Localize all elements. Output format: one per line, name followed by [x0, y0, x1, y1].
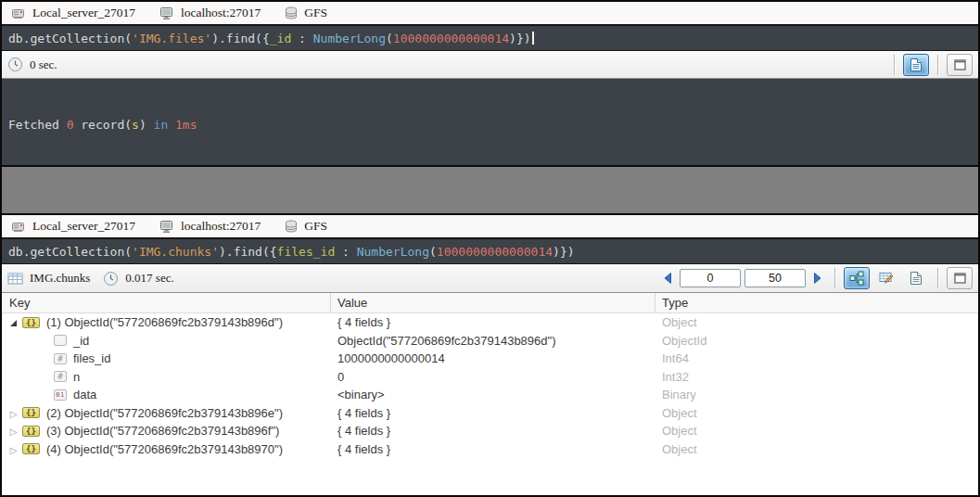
database-icon — [285, 6, 298, 20]
collection-grid-icon — [7, 273, 23, 285]
code-token: s — [132, 118, 139, 132]
maximize-icon — [954, 59, 966, 70]
key-cell: #files_id — [2, 351, 331, 365]
monitor-icon — [159, 6, 174, 20]
value-cell: 0 — [331, 370, 655, 384]
key-label: data — [73, 388, 96, 401]
query-panel-chunks: Local_server_27017 localhost:27017 GFS d… — [2, 215, 978, 495]
tree-collapsed-icon[interactable]: ▷ — [7, 407, 19, 419]
host-tab-label: localhost:27017 — [181, 219, 261, 234]
skip-input[interactable] — [680, 269, 741, 287]
column-header-type[interactable]: Type — [655, 296, 978, 310]
value-cell: <binary> — [331, 388, 655, 401]
arrow-right-icon — [812, 272, 823, 285]
query-panel-files: Local_server_27017 localhost:27017 GFS d… — [2, 2, 978, 165]
table-row[interactable]: #files_id1000000000000014Int64 — [2, 350, 978, 368]
results-toolbar-chunks: IMG.chunks 0.017 sec. — [2, 264, 978, 293]
tree-expanded-icon[interactable] — [7, 316, 19, 328]
tree-collapsed-icon[interactable]: ▷ — [7, 425, 19, 437]
database-tab-label: GFS — [304, 219, 327, 234]
host-tab-label: localhost:27017 — [181, 6, 261, 20]
binary-type-icon: 01 — [54, 389, 67, 401]
page-previous-button[interactable] — [659, 269, 676, 287]
document-icon — [910, 57, 923, 72]
code-token: : — [335, 245, 356, 259]
code-token: files_id — [277, 245, 336, 259]
key-label: n — [73, 370, 80, 384]
limit-input[interactable] — [745, 269, 806, 287]
table-row[interactable]: ▷{}(3) ObjectId("577206869fc2b379143b896… — [2, 422, 978, 440]
type-cell: Object — [655, 406, 978, 420]
maximize-panel-button[interactable] — [947, 267, 973, 289]
table-row[interactable]: ▷{}(4) ObjectId("577206869fc2b379143b897… — [2, 440, 978, 459]
breadcrumb-server[interactable]: Local_server_27017 — [11, 6, 135, 20]
code-token: db.getCollection( — [8, 245, 132, 259]
server-icon — [11, 220, 26, 233]
query-editor-chunks[interactable]: db.getCollection('IMG.chunks').find({fil… — [2, 239, 978, 264]
maximize-panel-button[interactable] — [947, 54, 973, 76]
text-mode-button[interactable] — [903, 54, 929, 76]
code-token: Fetched — [8, 118, 67, 132]
code-token: in — [154, 118, 169, 132]
toolbar-separator — [834, 268, 835, 288]
table-row[interactable]: 01data<binary>Binary — [2, 386, 978, 404]
table-mode-button[interactable] — [873, 267, 899, 289]
query-editor-files[interactable]: db.getCollection('IMG.files').find({_id … — [2, 26, 978, 51]
type-cell: Object — [655, 442, 978, 456]
code-token: NumberLong — [313, 32, 386, 45]
text-cursor — [532, 32, 534, 45]
key-cell: _id — [2, 334, 331, 348]
breadcrumb-database[interactable]: GFS — [285, 219, 327, 234]
page-next-button[interactable] — [809, 269, 826, 287]
code-token: record( — [73, 118, 132, 132]
value-cell: { 4 fields } — [331, 315, 655, 329]
execution-time-label: 0 sec. — [30, 57, 57, 72]
database-tab-label: GFS — [304, 6, 327, 20]
code-token: : — [291, 32, 312, 45]
table-row[interactable]: _idObjectId("577206869fc2b379143b896d")O… — [2, 332, 978, 350]
table-row[interactable]: #n0Int32 — [2, 368, 978, 387]
key-cell: ▷{}(2) ObjectId("577206869fc2b379143b896… — [2, 406, 331, 420]
tree-collapsed-icon[interactable]: ▷ — [7, 443, 19, 455]
column-header-key[interactable]: Key — [2, 293, 331, 312]
plain-type-icon — [54, 335, 67, 346]
code-token — [168, 118, 175, 132]
breadcrumb-server[interactable]: Local_server_27017 — [11, 219, 135, 234]
result-table-header: Key Value Type — [2, 293, 978, 313]
key-label: files_id — [73, 351, 110, 365]
server-tab-label: Local_server_27017 — [32, 6, 135, 20]
type-cell: ObjectId — [655, 334, 978, 348]
table-row[interactable]: ▷{}(2) ObjectId("577206869fc2b379143b896… — [2, 404, 978, 423]
type-cell: Int64 — [655, 351, 978, 365]
document-icon — [910, 271, 923, 286]
breadcrumb-database[interactable]: GFS — [285, 6, 327, 20]
column-header-value[interactable]: Value — [331, 293, 655, 312]
code-token: ).find({ — [211, 32, 270, 45]
code-token: ( — [429, 245, 437, 259]
object-type-icon: {} — [22, 407, 40, 418]
code-token: db.getCollection( — [8, 32, 132, 45]
clock-icon — [7, 57, 23, 72]
code-token: NumberLong — [357, 245, 429, 259]
text-mode-button[interactable] — [903, 267, 929, 289]
code-token: )}) — [553, 245, 574, 259]
result-table-body: {}(1) ObjectId("577206869fc2b379143b896d… — [2, 313, 978, 495]
code-token: ( — [386, 32, 393, 45]
panel-splitter[interactable] — [2, 165, 978, 215]
breadcrumb-host[interactable]: localhost:27017 — [159, 6, 261, 20]
tree-view-icon — [849, 271, 864, 286]
tree-mode-button[interactable] — [844, 267, 870, 289]
type-cell: Object — [655, 424, 978, 438]
code-token: ) — [139, 118, 154, 132]
type-cell: Object — [655, 315, 978, 329]
object-type-icon: {} — [22, 426, 40, 437]
value-cell: 1000000000000014 — [331, 351, 655, 365]
object-type-icon: {} — [22, 443, 40, 454]
key-cell: 01data — [2, 388, 331, 401]
table-row[interactable]: {}(1) ObjectId("577206869fc2b379143b896d… — [2, 313, 978, 332]
hash-type-icon: # — [54, 353, 67, 364]
breadcrumb-host[interactable]: localhost:27017 — [159, 219, 261, 234]
object-type-icon: {} — [22, 317, 40, 328]
execution-time-label: 0.017 sec. — [125, 271, 173, 286]
key-cell: {}(1) ObjectId("577206869fc2b379143b896d… — [2, 315, 331, 329]
